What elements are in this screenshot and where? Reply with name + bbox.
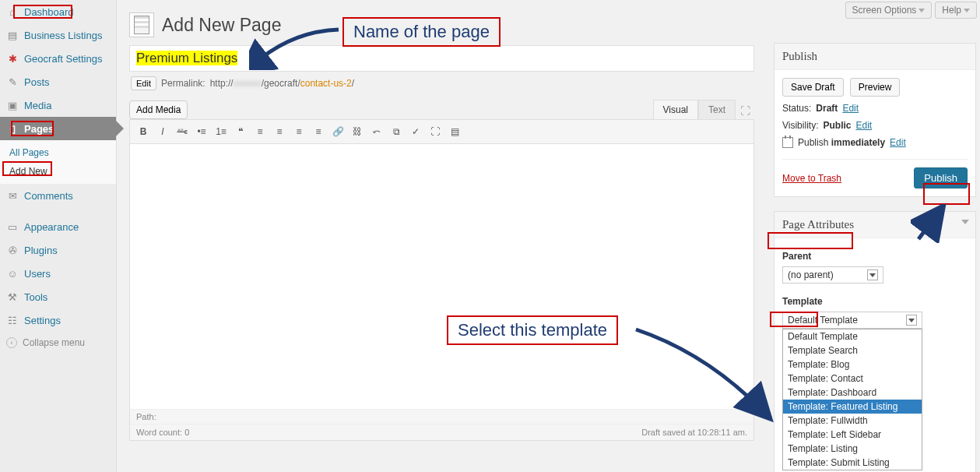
parent-label: Parent [782,251,968,262]
sidebar-item-settings[interactable]: ☷Settings [0,308,116,332]
preview-button[interactable]: Preview [850,78,901,97]
quote-button[interactable]: ❝ [232,123,249,140]
distraction-free-icon[interactable]: ⛶ [740,105,754,119]
screen-options-button[interactable]: Screen Options [845,2,933,19]
top-bar: Screen Options Help [845,2,977,19]
annotation-name-of-page: Name of the page [342,17,501,47]
main-content: Add New Page Premium Listings Edit Perma… [125,0,762,441]
editor-toolbar: B I ᴬᴮᴄ •≡ 1≡ ❝ ≡ ≡ ≡ ≡ 🔗 ⛓ ⤺ ⧉ ✓ ⛶ ▤ [130,120,753,144]
settings-icon: ☷ [6,314,19,326]
publish-box-title: Publish [775,44,975,70]
template-options-list: Default TemplateTemplate SearchTemplate:… [782,329,922,470]
template-option[interactable]: Template: Left Sidebar [783,428,922,442]
sidebar-item-geocraft-settings[interactable]: ✱Geocraft Settings [0,47,116,70]
italic-button[interactable]: I [154,123,171,140]
sidebar-item-users[interactable]: ☺Users [0,262,116,285]
add-media-button[interactable]: Add Media [129,100,188,119]
comment-icon: ✉ [6,189,19,202]
chevron-down-icon [867,269,878,280]
media-icon: ▣ [6,99,19,111]
template-option[interactable]: Template: Blog [783,358,922,372]
template-option[interactable]: Template: Fullwidth [783,414,922,428]
calendar-icon [782,137,793,148]
editor-box: B I ᴬᴮᴄ •≡ 1≡ ❝ ≡ ≡ ≡ ≡ 🔗 ⛓ ⤺ ⧉ ✓ ⛶ ▤ Pa… [129,119,754,441]
editor-tabs: Visual Text [653,100,736,119]
sidebar-item-appearance[interactable]: ▭Appearance [0,215,116,238]
fullscreen-button[interactable]: ⛶ [427,123,444,140]
edit-schedule-link[interactable]: Edit [890,137,906,148]
sidebar-item-plugins[interactable]: ✇Plugins [0,238,116,262]
template-option[interactable]: Template Search [783,343,922,358]
tools-icon: ⚒ [6,291,19,303]
tab-text[interactable]: Text [698,100,736,119]
collapse-menu[interactable]: ‹Collapse menu [0,332,116,354]
permalink-edit-button[interactable]: Edit [131,76,156,90]
edit-visibility-link[interactable]: Edit [855,120,872,131]
list-icon: ▤ [6,29,19,41]
submenu-all-pages[interactable]: All Pages [0,143,116,162]
permalink-label: Permalink: [161,78,205,89]
sidebar-item-dashboard[interactable]: ⌂Dashboard [0,0,116,23]
sidebar-item-business-listings[interactable]: ▤Business Listings [0,23,116,47]
sidebar-item-comments[interactable]: ✉Comments [0,184,116,207]
word-count: Word count: 0 [136,428,189,437]
tab-visual[interactable]: Visual [653,100,698,119]
template-option[interactable]: Template: Contact [783,372,922,386]
align-justify-button[interactable]: ≡ [310,123,327,140]
annotation-select-template: Select this template [447,315,618,345]
chevron-down-icon [919,9,925,12]
strike-button[interactable]: ᴬᴮᴄ [174,123,191,140]
template-label: Template [782,296,968,307]
template-option[interactable]: Template: Dashboard [783,386,922,400]
appearance-icon: ▭ [6,220,19,233]
ul-button[interactable]: •≡ [193,123,210,140]
template-option[interactable]: Default Template [783,329,922,343]
move-to-trash-link[interactable]: Move to Trash [782,173,841,184]
sidebar-item-pages[interactable]: ▯Pages [0,117,116,140]
pages-submenu: All Pages Add New [0,140,116,184]
admin-sidebar: ⌂Dashboard ▤Business Listings ✱Geocraft … [0,0,117,472]
page-attributes-box: Page Attributes Parent (no parent) Templ… [774,211,976,472]
right-column: Publish Save Draft Preview Status: Draft… [774,43,976,472]
align-center-button[interactable]: ≡ [271,123,288,140]
link-button[interactable]: 🔗 [329,123,346,140]
submenu-add-new[interactable]: Add New [0,162,116,181]
template-option[interactable]: Template: Featured Listing [783,400,922,414]
unlink-button[interactable]: ⛓ [349,123,366,140]
publish-box: Publish Save Draft Preview Status: Draft… [774,43,976,197]
page-heading: Add New Page [162,15,281,36]
page-attributes-title: Page Attributes [775,212,975,238]
parent-select[interactable]: (no parent) [782,266,883,284]
align-left-button[interactable]: ≡ [251,123,269,140]
page-title-icon [129,12,154,37]
edit-status-link[interactable]: Edit [842,103,859,114]
plugin-icon: ✇ [6,244,19,256]
home-icon: ⌂ [6,5,19,18]
editor-content[interactable] [130,144,753,409]
spellcheck-button[interactable]: ✓ [407,123,424,140]
star-icon: ✱ [6,52,19,65]
help-button[interactable]: Help [935,2,977,19]
align-right-button[interactable]: ≡ [290,123,307,140]
insert-button[interactable]: ⧉ [388,123,405,140]
template-select[interactable]: Default Template [782,312,922,329]
chevron-down-icon [964,9,970,12]
template-option[interactable]: Template: Submit Listing [783,456,922,470]
editor-path: Path: [130,409,753,424]
more-button[interactable]: ⤺ [368,123,385,140]
sidebar-item-tools[interactable]: ⚒Tools [0,285,116,308]
publish-button[interactable]: Publish [914,167,968,188]
permalink-row: Edit Permalink: http://xxxxxx/geocraft/c… [131,76,754,90]
template-option[interactable]: Template: Listing [783,442,922,456]
sidebar-item-posts[interactable]: ✎Posts [0,70,116,93]
autosave-status: Draft saved at 10:28:11 am. [641,428,747,437]
toolbar-toggle-button[interactable]: ▤ [446,123,463,140]
page-title-input[interactable]: Premium Listings [129,45,754,72]
bold-button[interactable]: B [135,123,152,140]
save-draft-button[interactable]: Save Draft [782,78,844,97]
ol-button[interactable]: 1≡ [213,123,230,140]
pin-icon: ✎ [6,76,19,88]
sidebar-item-media[interactable]: ▣Media [0,93,116,117]
toggle-icon[interactable] [961,220,969,224]
chevron-down-icon [906,315,917,326]
